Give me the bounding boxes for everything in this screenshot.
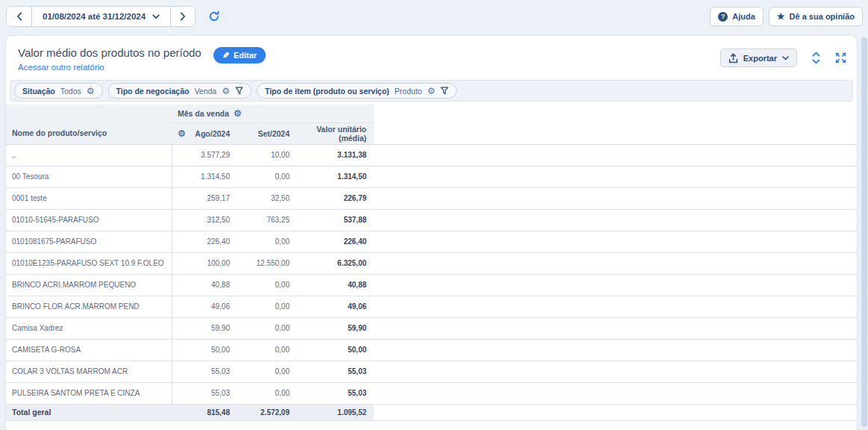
row-filler [374, 187, 857, 209]
column-header-row: Nome do produto/serviço ⚙ Ago/2024 Set/2… [6, 122, 857, 144]
report-header: Valor médio dos produtos no período Aces… [6, 36, 857, 76]
ago-value-cell: 55,03 [172, 361, 237, 382]
vertical-scrollbar[interactable] [861, 37, 867, 427]
star-icon: ★ [777, 12, 785, 21]
row-filler [374, 382, 857, 404]
ago-value-cell: 50,00 [172, 339, 237, 361]
next-period-button[interactable] [170, 7, 195, 26]
ago-value-cell: 100,00 [172, 252, 237, 274]
avg-value-cell: 40,88 [297, 274, 374, 296]
pivot-table: Mês da venda ⚙ Nome do produto/serviço ⚙… [6, 105, 857, 421]
period-selector-group: 01/08/2024 até 31/12/2024 [6, 6, 196, 27]
table-row: 0101081675-PARAFUSO 226,40 0,00 226,40 [6, 231, 857, 252]
chevron-left-icon [16, 12, 22, 21]
fullscreen-button[interactable] [835, 52, 846, 63]
ago-value-cell: 3.577,29 [172, 144, 237, 166]
other-report-link[interactable]: Acessar outro relatório [18, 63, 104, 72]
ago-value-cell: 40,88 [172, 274, 237, 296]
product-name-cell: 0001 teste [6, 187, 172, 209]
row-dimension-gear-icon[interactable]: ⚙ [178, 129, 186, 138]
ago-value-cell: 55,03 [172, 382, 237, 404]
product-name-cell: 0101081675-PARAFUSO [6, 231, 172, 252]
help-label: Ajuda [732, 12, 755, 21]
set-value-cell: 12.550,00 [237, 252, 297, 274]
filter-pill[interactable]: Tipo de item (produto ou serviço) Produt… [257, 83, 457, 99]
help-button[interactable]: ? Ajuda [710, 7, 764, 26]
set-value-cell: 0,00 [237, 274, 297, 296]
set-value-cell: 0,00 [237, 231, 297, 252]
filter-settings-gear-icon[interactable]: ⚙ [222, 87, 230, 96]
export-button[interactable]: Exportar [720, 49, 797, 67]
table-row: BRINCO ACRI.MARROM PEQUENO 40,88 0,00 40… [6, 274, 857, 296]
filter-pill[interactable]: Situação Todos ⚙ [14, 83, 103, 99]
swap-axes-button[interactable] [811, 52, 821, 64]
table-body: ,. 3.577,29 10,00 3.131,38 00 Tesoura 1.… [6, 144, 857, 404]
row-filler [374, 274, 857, 296]
report-actions: Exportar [720, 49, 846, 67]
chevron-down-icon [782, 56, 789, 60]
set-value-cell: 0,00 [237, 166, 297, 187]
row-filler [374, 317, 857, 339]
pencil-icon: ✎ [222, 52, 229, 60]
question-icon: ? [718, 12, 728, 22]
row-filler [374, 209, 857, 231]
filter-funnel-icon[interactable] [235, 87, 243, 95]
set-value-cell: 10,00 [237, 144, 297, 166]
total-set-value: 2.572,09 [237, 404, 297, 420]
group-settings-gear-icon[interactable]: ⚙ [234, 109, 242, 118]
total-avg-value: 1.095,52 [297, 404, 374, 420]
product-name-cell: BRINCO ACRI.MARROM PEQUENO [6, 274, 172, 296]
product-name-cell: BRINCO FLOR ACR.MARROM PEND [6, 296, 172, 317]
filter-settings-gear-icon[interactable]: ⚙ [427, 87, 435, 96]
ago-value-cell: 49,06 [172, 296, 237, 317]
ago-value-cell: 312,50 [172, 209, 237, 231]
row-filler [374, 144, 857, 166]
group-header-row: Mês da venda ⚙ [6, 105, 857, 122]
product-name-cell: COLAR 3 VOLTAS MARROM ACR [6, 361, 172, 382]
table-row: CAMISETA G-ROSA 50,00 0,00 50,00 [6, 339, 857, 361]
avg-value-cell: 55,03 [297, 361, 374, 382]
page-title: Valor médio dos produtos no período [18, 46, 202, 59]
export-label: Exportar [743, 54, 777, 63]
product-name-cell: ,. [6, 144, 172, 166]
date-range-button[interactable]: 01/08/2024 até 31/12/2024 [31, 7, 170, 26]
avg-value-cell: 55,03 [297, 382, 374, 404]
refresh-button[interactable] [208, 10, 220, 22]
filter-funnel-icon[interactable] [440, 87, 449, 95]
toolbar-right-group: ? Ajuda ★ Dê a sua opinião [710, 7, 863, 26]
avg-value-cell: 3.131,38 [297, 144, 374, 166]
table-row: Camisa Xadrez 59,90 0,00 59,90 [6, 317, 857, 339]
report-panel: Valor médio dos produtos no período Aces… [6, 36, 857, 430]
table-row: ,. 3.577,29 10,00 3.131,38 [6, 144, 857, 166]
filter-pill[interactable]: Tipo de negociação Venda ⚙ [108, 83, 252, 99]
feedback-button[interactable]: ★ Dê a sua opinião [769, 7, 863, 26]
top-toolbar: 01/08/2024 até 31/12/2024 ? Ajuda ★ Dê a… [0, 0, 868, 27]
row-filler [374, 166, 857, 187]
filter-settings-gear-icon[interactable]: ⚙ [87, 87, 95, 96]
unfold-arrows-icon [811, 52, 821, 64]
avg-value-cell: 226,79 [297, 187, 374, 209]
row-filler [374, 404, 857, 420]
table-row: 01010E1235-PARAFUSO SEXT 10.9 F.OLEO 100… [6, 252, 857, 274]
row-filler [374, 252, 857, 274]
total-ago-value: 815,48 [172, 404, 237, 420]
row-filler [374, 231, 857, 252]
refresh-icon [208, 10, 220, 22]
month-group-header: Mês da venda ⚙ [172, 105, 374, 122]
filter-label: Situação [22, 87, 55, 96]
edit-button[interactable]: ✎ Editar [213, 47, 266, 63]
product-name-header: Nome do produto/serviço [6, 122, 172, 144]
ago-column-header: ⚙ Ago/2024 [172, 122, 237, 144]
avg-value-cell: 6.325,00 [297, 252, 374, 274]
set-value-cell: 0,00 [237, 296, 297, 317]
avg-value-cell: 537,88 [297, 209, 374, 231]
row-filler [374, 296, 857, 317]
filter-value: Todos [60, 87, 81, 96]
total-label: Total geral [6, 404, 172, 420]
feedback-label: Dê a sua opinião [790, 12, 855, 21]
row-filler [374, 339, 857, 361]
filter-label: Tipo de item (produto ou serviço) [265, 87, 390, 96]
set-value-cell: 0,00 [237, 339, 297, 361]
set-column-header: Set/2024 [237, 122, 297, 144]
previous-period-button[interactable] [7, 7, 31, 26]
